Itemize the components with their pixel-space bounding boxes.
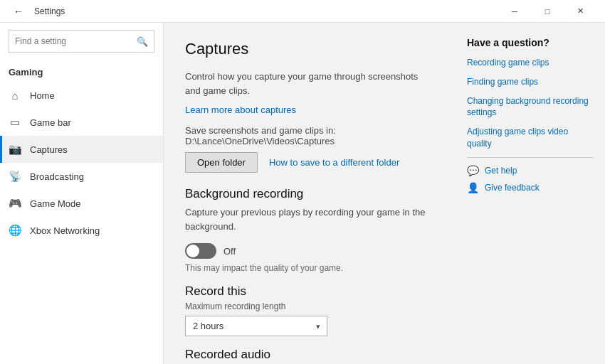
get-help-label: Get help <box>485 166 517 176</box>
sidebar-item-broadcasting[interactable]: 📡 Broadcasting <box>0 163 163 190</box>
page-description: Control how you capture your game throug… <box>185 70 434 97</box>
help-link-adjusting[interactable]: Adjusting game clips video quality <box>467 126 594 150</box>
main-container: 🔍 Gaming ⌂ Home ▭ Game bar 📷 Captures 📡 … <box>0 23 605 364</box>
search-input[interactable] <box>15 36 137 46</box>
sidebar: 🔍 Gaming ⌂ Home ▭ Game bar 📷 Captures 📡 … <box>0 23 164 364</box>
sidebar-item-label: Home <box>30 90 55 101</box>
main-content: Captures Control how you capture your ga… <box>164 23 456 364</box>
maximize-button[interactable]: □ <box>531 0 564 23</box>
background-toggle-row: Off <box>185 243 434 259</box>
help-title: Have a question? <box>467 37 594 48</box>
recorded-audio-title: Recorded audio <box>185 348 434 362</box>
max-length-select[interactable]: 30 minutes 1 hour 2 hours 4 hours <box>185 316 327 336</box>
max-length-select-wrapper: 30 minutes 1 hour 2 hours 4 hours ▾ <box>185 316 327 336</box>
help-link-finding[interactable]: Finding game clips <box>467 76 594 88</box>
xbox-networking-icon: 🌐 <box>9 224 21 237</box>
sidebar-item-label: Broadcasting <box>30 171 84 182</box>
sidebar-item-home[interactable]: ⌂ Home <box>0 82 163 109</box>
help-divider <box>467 157 594 158</box>
get-help-icon: 💬 <box>467 165 479 176</box>
max-length-label: Maximum recording length <box>185 301 434 311</box>
record-this-section: Record this Maximum recording length 30 … <box>185 284 434 336</box>
how-to-save-link[interactable]: How to save to a different folder <box>269 157 399 168</box>
back-button[interactable]: ← <box>9 1 28 21</box>
learn-more-link[interactable]: Learn more about captures <box>185 105 296 115</box>
minimize-button[interactable]: ─ <box>498 0 531 23</box>
captures-icon: 📷 <box>9 143 21 156</box>
sidebar-item-label: Captures <box>30 144 68 155</box>
recorded-audio-section: Recorded audio Change how your game and … <box>185 348 434 364</box>
close-button[interactable]: ✕ <box>564 0 596 23</box>
search-box[interactable]: 🔍 <box>9 30 154 53</box>
get-help-action[interactable]: 💬 Get help <box>467 165 594 176</box>
sidebar-section-label: Gaming <box>0 60 163 82</box>
folder-button-row: Open folder How to save to a different f… <box>185 152 434 173</box>
sidebar-item-label: Game bar <box>30 117 71 128</box>
window-controls: ─ □ ✕ <box>498 0 596 23</box>
right-panel: Have a question? Recording game clips Fi… <box>456 23 605 364</box>
titlebar-title: Settings <box>34 6 65 16</box>
home-icon: ⌂ <box>9 89 21 102</box>
toggle-label: Off <box>223 246 236 257</box>
sidebar-item-captures[interactable]: 📷 Captures <box>0 136 163 163</box>
game-mode-icon: 🎮 <box>9 197 21 210</box>
give-feedback-icon: 👤 <box>467 182 479 193</box>
give-feedback-label: Give feedback <box>485 183 540 193</box>
give-feedback-action[interactable]: 👤 Give feedback <box>467 182 594 193</box>
background-recording-desc: Capture your previous plays by recording… <box>185 205 434 233</box>
help-link-changing[interactable]: Changing background recording settings <box>467 95 594 119</box>
sidebar-item-game-bar[interactable]: ▭ Game bar <box>0 109 163 136</box>
save-path-text: Save screenshots and game clips in: D:\L… <box>185 125 434 146</box>
toggle-note: This may impact the quality of your game… <box>185 263 434 273</box>
sidebar-item-game-mode[interactable]: 🎮 Game Mode <box>0 190 163 217</box>
page-title: Captures <box>185 40 434 58</box>
open-folder-button[interactable]: Open folder <box>185 152 258 173</box>
toggle-knob <box>186 245 199 257</box>
background-toggle[interactable] <box>185 243 216 259</box>
titlebar: ← Settings ─ □ ✕ <box>0 0 605 23</box>
broadcasting-icon: 📡 <box>9 170 21 183</box>
background-recording-section: Background recording Capture your previo… <box>185 187 434 273</box>
search-icon: 🔍 <box>137 36 148 47</box>
game-bar-icon: ▭ <box>9 116 21 129</box>
sidebar-item-xbox-networking[interactable]: 🌐 Xbox Networking <box>0 217 163 244</box>
record-this-title: Record this <box>185 284 434 299</box>
background-recording-title: Background recording <box>185 187 434 201</box>
help-link-recording[interactable]: Recording game clips <box>467 57 594 69</box>
sidebar-item-label: Xbox Networking <box>30 225 100 236</box>
sidebar-item-label: Game Mode <box>30 198 81 209</box>
